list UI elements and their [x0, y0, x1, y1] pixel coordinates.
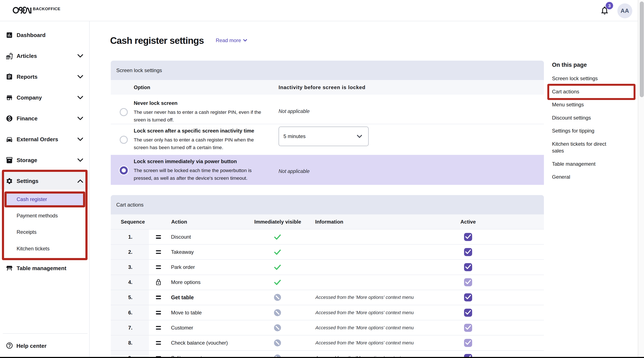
- svg-text:™: ™: [30, 12, 32, 14]
